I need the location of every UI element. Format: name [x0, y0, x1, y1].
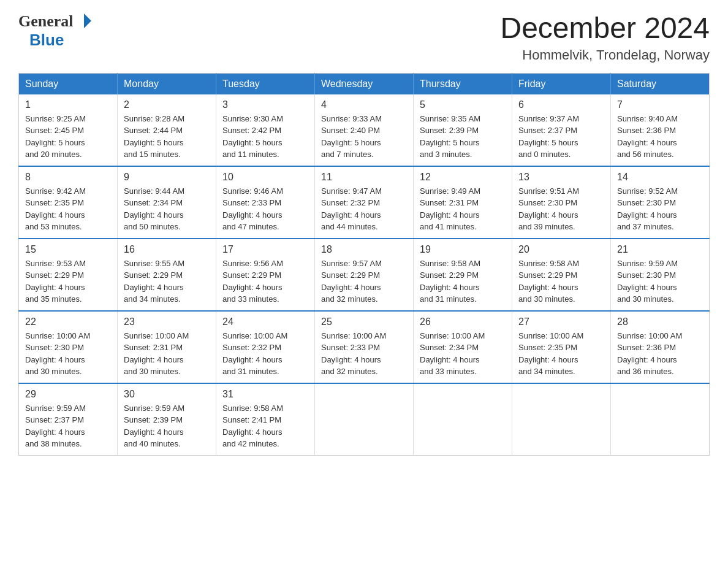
- daylight-text: Daylight: 5 hours: [222, 138, 282, 147]
- daylight-text2: and 33 minutes.: [420, 367, 477, 376]
- daylight-text2: and 7 minutes.: [321, 150, 373, 159]
- daylight-text: Daylight: 4 hours: [420, 210, 480, 220]
- table-row: [611, 383, 710, 456]
- sunset-text: Sunset: 2:32 PM: [222, 343, 281, 352]
- table-row: 11 Sunrise: 9:47 AM Sunset: 2:32 PM Dayl…: [315, 166, 414, 239]
- sunset-text: Sunset: 2:29 PM: [222, 270, 281, 280]
- daylight-text: Daylight: 5 hours: [420, 138, 480, 147]
- calendar-header-row: Sunday Monday Tuesday Wednesday Thursday…: [19, 73, 710, 94]
- sunrise-text: Sunrise: 9:58 AM: [420, 259, 480, 268]
- daylight-text: Daylight: 4 hours: [25, 427, 85, 437]
- daylight-text: Daylight: 4 hours: [124, 355, 184, 364]
- day-info: Sunrise: 9:40 AM Sunset: 2:36 PM Dayligh…: [617, 113, 703, 161]
- sunset-text: Sunset: 2:41 PM: [222, 415, 281, 424]
- sunrise-text: Sunrise: 9:58 AM: [222, 404, 283, 413]
- sunset-text: Sunset: 2:35 PM: [25, 198, 84, 207]
- day-info: Sunrise: 9:59 AM Sunset: 2:30 PM Dayligh…: [617, 258, 703, 305]
- table-row: 5 Sunrise: 9:35 AM Sunset: 2:39 PM Dayli…: [414, 94, 512, 166]
- sunset-text: Sunset: 2:30 PM: [518, 198, 577, 207]
- sunrise-text: Sunrise: 10:00 AM: [321, 331, 386, 340]
- day-number: 1: [25, 99, 111, 110]
- sunset-text: Sunset: 2:39 PM: [420, 126, 479, 135]
- daylight-text: Daylight: 4 hours: [617, 210, 677, 220]
- day-number: 18: [321, 244, 407, 255]
- sunrise-text: Sunrise: 9:40 AM: [617, 114, 678, 123]
- day-number: 13: [518, 172, 604, 183]
- daylight-text: Daylight: 5 hours: [124, 138, 184, 147]
- sunrise-text: Sunrise: 9:35 AM: [420, 114, 480, 123]
- daylight-text2: and 50 minutes.: [124, 222, 181, 231]
- daylight-text: Daylight: 4 hours: [222, 427, 282, 437]
- daylight-text: Daylight: 4 hours: [222, 283, 282, 292]
- sunrise-text: Sunrise: 9:33 AM: [321, 114, 382, 123]
- daylight-text2: and 53 minutes.: [25, 222, 82, 231]
- table-row: 27 Sunrise: 10:00 AM Sunset: 2:35 PM Day…: [512, 311, 611, 383]
- sunrise-text: Sunrise: 9:58 AM: [518, 259, 579, 268]
- sunrise-text: Sunrise: 9:59 AM: [25, 404, 86, 413]
- daylight-text: Daylight: 4 hours: [25, 210, 85, 220]
- sunrise-text: Sunrise: 10:00 AM: [222, 331, 287, 340]
- sunrise-text: Sunrise: 9:42 AM: [25, 186, 86, 196]
- daylight-text2: and 32 minutes.: [321, 367, 378, 376]
- table-row: 26 Sunrise: 10:00 AM Sunset: 2:34 PM Day…: [414, 311, 512, 383]
- day-number: 3: [222, 99, 308, 110]
- daylight-text2: and 35 minutes.: [25, 294, 82, 304]
- sunset-text: Sunset: 2:33 PM: [321, 343, 380, 352]
- day-number: 30: [124, 389, 210, 400]
- daylight-text2: and 30 minutes.: [518, 294, 575, 304]
- daylight-text: Daylight: 4 hours: [25, 355, 85, 364]
- day-info: Sunrise: 10:00 AM Sunset: 2:34 PM Daylig…: [420, 330, 506, 378]
- sunset-text: Sunset: 2:37 PM: [25, 415, 84, 424]
- day-info: Sunrise: 10:00 AM Sunset: 2:31 PM Daylig…: [124, 330, 210, 378]
- day-number: 24: [222, 316, 308, 327]
- day-number: 27: [518, 316, 604, 327]
- daylight-text2: and 31 minutes.: [420, 294, 477, 304]
- sunset-text: Sunset: 2:30 PM: [617, 198, 676, 207]
- sunset-text: Sunset: 2:29 PM: [518, 270, 577, 280]
- daylight-text2: and 40 minutes.: [124, 439, 181, 448]
- daylight-text: Daylight: 5 hours: [25, 138, 85, 147]
- day-number: 2: [124, 99, 210, 110]
- day-number: 26: [420, 316, 506, 327]
- day-info: Sunrise: 10:00 AM Sunset: 2:35 PM Daylig…: [518, 330, 604, 378]
- sunrise-text: Sunrise: 9:52 AM: [617, 186, 678, 196]
- day-info: Sunrise: 9:44 AM Sunset: 2:34 PM Dayligh…: [124, 185, 210, 233]
- day-info: Sunrise: 9:46 AM Sunset: 2:33 PM Dayligh…: [222, 185, 308, 233]
- day-number: 20: [518, 244, 604, 255]
- sunrise-text: Sunrise: 9:59 AM: [124, 404, 184, 413]
- day-number: 22: [25, 316, 111, 327]
- daylight-text: Daylight: 4 hours: [222, 355, 282, 364]
- sunset-text: Sunset: 2:39 PM: [124, 415, 183, 424]
- day-info: Sunrise: 9:42 AM Sunset: 2:35 PM Dayligh…: [25, 185, 111, 233]
- table-row: 15 Sunrise: 9:53 AM Sunset: 2:29 PM Dayl…: [19, 239, 118, 311]
- day-info: Sunrise: 9:59 AM Sunset: 2:37 PM Dayligh…: [25, 402, 111, 450]
- logo: General Blue: [18, 12, 93, 50]
- sunrise-text: Sunrise: 9:47 AM: [321, 186, 382, 196]
- daylight-text: Daylight: 4 hours: [617, 355, 677, 364]
- col-saturday: Saturday: [611, 73, 710, 94]
- daylight-text: Daylight: 4 hours: [420, 355, 480, 364]
- day-info: Sunrise: 10:00 AM Sunset: 2:32 PM Daylig…: [222, 330, 308, 378]
- day-info: Sunrise: 10:00 AM Sunset: 2:30 PM Daylig…: [25, 330, 111, 378]
- sunset-text: Sunset: 2:29 PM: [124, 270, 183, 280]
- table-row: 16 Sunrise: 9:55 AM Sunset: 2:29 PM Dayl…: [118, 239, 216, 311]
- daylight-text: Daylight: 4 hours: [25, 283, 85, 292]
- daylight-text2: and 44 minutes.: [321, 222, 378, 231]
- daylight-text2: and 0 minutes.: [518, 150, 571, 159]
- daylight-text2: and 37 minutes.: [617, 222, 674, 231]
- sunset-text: Sunset: 2:40 PM: [321, 126, 380, 135]
- day-info: Sunrise: 9:58 AM Sunset: 2:29 PM Dayligh…: [518, 258, 604, 305]
- day-number: 5: [420, 99, 506, 110]
- daylight-text: Daylight: 4 hours: [518, 355, 578, 364]
- sunrise-text: Sunrise: 9:57 AM: [321, 259, 382, 268]
- sunset-text: Sunset: 2:44 PM: [124, 126, 183, 135]
- day-number: 31: [222, 389, 308, 400]
- table-row: 2 Sunrise: 9:28 AM Sunset: 2:44 PM Dayli…: [118, 94, 216, 166]
- day-number: 9: [124, 172, 210, 183]
- sunrise-text: Sunrise: 9:59 AM: [617, 259, 678, 268]
- day-info: Sunrise: 9:56 AM Sunset: 2:29 PM Dayligh…: [222, 258, 308, 305]
- daylight-text2: and 11 minutes.: [222, 150, 279, 159]
- daylight-text2: and 30 minutes.: [25, 367, 82, 376]
- day-info: Sunrise: 9:59 AM Sunset: 2:39 PM Dayligh…: [124, 402, 210, 450]
- table-row: 28 Sunrise: 10:00 AM Sunset: 2:36 PM Day…: [611, 311, 710, 383]
